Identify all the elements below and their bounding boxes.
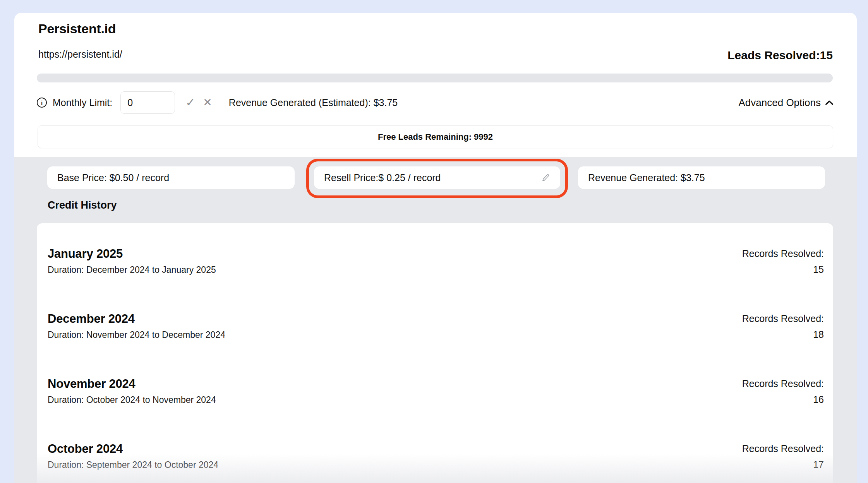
records-resolved-label: Records Resolved:: [742, 312, 824, 325]
base-price-card: Base Price: $0.50 / record: [47, 166, 295, 189]
credit-section: Base Price: $0.50 / record Resell Price:…: [14, 157, 857, 483]
monthly-limit-input[interactable]: [120, 91, 175, 114]
free-leads-text: Free Leads Remaining: 9992: [378, 132, 493, 142]
base-price-text: Base Price: $0.50 / record: [57, 172, 169, 183]
edit-pencil-icon[interactable]: [541, 173, 550, 182]
records-resolved-label: Records Resolved:: [742, 247, 824, 260]
history-entry: October 2024 Duration: September 2024 to…: [48, 442, 824, 483]
entry-month: November 2024: [48, 377, 216, 391]
entry-duration: Duration: December 2024 to January 2025: [48, 265, 216, 275]
progress-bar: [37, 74, 833, 82]
revenue-generated-text: Revenue Generated: $3.75: [588, 172, 705, 183]
entry-duration: Duration: September 2024 to October 2024: [48, 460, 218, 470]
page-title: Persistent.id: [38, 21, 116, 36]
credit-history-title: Credit History: [48, 199, 117, 211]
entry-left: January 2025 Duration: December 2024 to …: [48, 247, 216, 275]
main-panel: Persistent.id https://persistent.id/ Lea…: [14, 13, 857, 483]
leads-resolved-count: Leads Resolved:15: [727, 49, 833, 62]
records-resolved-value: 18: [742, 329, 824, 340]
resell-price-card[interactable]: Resell Price:$ 0.25 / record: [314, 166, 560, 189]
entry-duration: Duration: November 2024 to December 2024: [48, 330, 225, 340]
revenue-generated-card: Revenue Generated: $3.75: [578, 166, 825, 189]
confirm-check-icon[interactable]: ✓: [185, 97, 195, 108]
entry-left: October 2024 Duration: September 2024 to…: [48, 442, 218, 470]
controls-row: i Monthly Limit: ✓ ✕ Revenue Generated (…: [37, 91, 834, 115]
info-icon[interactable]: i: [37, 98, 47, 108]
revenue-estimated-text: Revenue Generated (Estimated): $3.75: [229, 97, 398, 108]
records-resolved-value: 17: [742, 459, 824, 470]
resell-price-text: Resell Price:$ 0.25 / record: [324, 172, 441, 183]
history-entry: January 2025 Duration: December 2024 to …: [48, 247, 824, 312]
monthly-limit-label: Monthly Limit:: [53, 97, 112, 108]
chevron-up-icon: [825, 100, 834, 106]
records-resolved-value: 15: [742, 264, 824, 275]
history-entry: November 2024 Duration: October 2024 to …: [48, 377, 824, 442]
records-resolved-value: 16: [742, 394, 824, 405]
records-resolved-label: Records Resolved:: [742, 377, 824, 390]
entry-left: November 2024 Duration: October 2024 to …: [48, 377, 216, 405]
entry-month: October 2024: [48, 442, 218, 456]
entry-records: Records Resolved: 18: [742, 312, 824, 340]
history-entry: December 2024 Duration: November 2024 to…: [48, 312, 824, 377]
advanced-options-toggle[interactable]: Advanced Options: [739, 97, 834, 109]
entry-records: Records Resolved: 15: [742, 247, 824, 275]
monthly-limit-group: i Monthly Limit: ✓ ✕ Revenue Generated (…: [37, 91, 398, 114]
site-url: https://persistent.id/: [38, 49, 122, 60]
entry-month: January 2025: [48, 247, 216, 260]
credit-history-list: January 2025 Duration: December 2024 to …: [37, 223, 833, 483]
advanced-options-label: Advanced Options: [739, 97, 821, 109]
entry-duration: Duration: October 2024 to November 2024: [48, 395, 216, 405]
entry-records: Records Resolved: 17: [742, 442, 824, 470]
entry-records: Records Resolved: 16: [742, 377, 824, 405]
entry-month: December 2024: [48, 312, 225, 325]
free-leads-banner: Free Leads Remaining: 9992: [38, 125, 833, 148]
records-resolved-label: Records Resolved:: [742, 442, 824, 455]
entry-left: December 2024 Duration: November 2024 to…: [48, 312, 225, 340]
cancel-x-icon[interactable]: ✕: [203, 97, 212, 108]
